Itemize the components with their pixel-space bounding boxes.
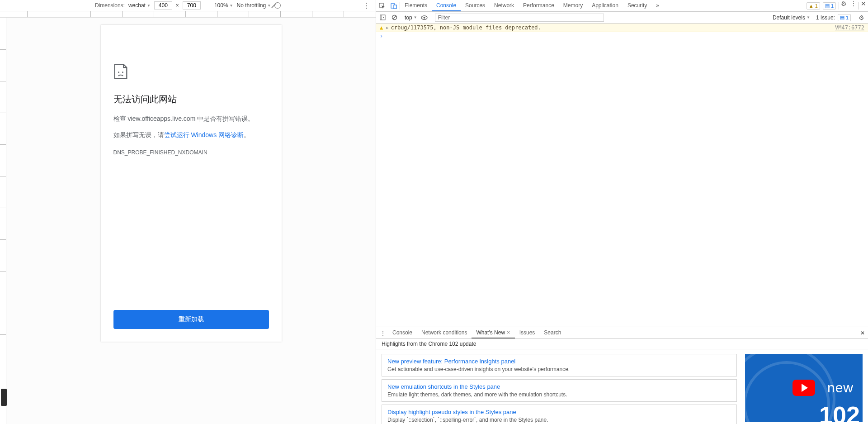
- svg-rect-5: [380, 15, 385, 20]
- tab-network[interactable]: Network: [490, 0, 519, 11]
- chevron-down-icon: ▼: [147, 4, 151, 8]
- throttling-value: No throttling: [237, 2, 266, 9]
- warning-icon: ▲: [380, 24, 383, 31]
- issues-label: 1 Issue:: [816, 14, 835, 21]
- whats-new-cards: New preview feature: Performance insight…: [382, 354, 737, 419]
- zoom-value: 100%: [214, 2, 228, 9]
- device-frame: 无法访问此网站 检查 view.officeapps.live.com 中是否有…: [101, 25, 282, 342]
- levels-value: Default levels: [773, 14, 805, 21]
- live-expression-icon[interactable]: [420, 15, 429, 20]
- throttling-select[interactable]: No throttling ▼: [237, 2, 271, 9]
- console-settings-icon[interactable]: ⚙: [857, 14, 866, 21]
- error-title: 无法访问此网站: [113, 93, 269, 105]
- sad-page-icon: [113, 63, 128, 80]
- toggle-handle[interactable]: [1, 389, 7, 406]
- video-thumbnail[interactable]: new 102: [745, 354, 863, 422]
- console-prompt[interactable]: ›: [376, 32, 868, 40]
- inspect-element-icon[interactable]: [376, 0, 388, 11]
- message-icon: ▤: [825, 3, 830, 9]
- more-icon[interactable]: ⋮: [849, 0, 859, 11]
- drawer-tab-issues[interactable]: Issues: [515, 327, 540, 338]
- svg-line-8: [393, 16, 396, 19]
- error-code: DNS_PROBE_FINISHED_NXDOMAIN: [113, 149, 269, 156]
- svg-point-1: [122, 71, 123, 73]
- drawer: ⋮ Console Network conditions What's New …: [376, 327, 868, 424]
- issue-count: 1: [846, 15, 849, 20]
- tab-sources[interactable]: Sources: [461, 0, 490, 11]
- devtools-tabs: Elements Console Sources Network Perform…: [376, 0, 868, 12]
- height-input[interactable]: [183, 1, 201, 10]
- tab-console[interactable]: Console: [432, 0, 461, 11]
- log-levels-select[interactable]: Default levels ▼: [773, 14, 810, 21]
- card-desc: Display `::selection`, `::spelling-error…: [387, 417, 731, 423]
- context-select[interactable]: top ▼: [405, 14, 417, 21]
- tabs-overflow-icon[interactable]: »: [651, 0, 664, 11]
- width-input[interactable]: [154, 1, 172, 10]
- diagnostics-link[interactable]: 尝试运行 Windows 网络诊断: [164, 131, 244, 138]
- error-text: 。: [244, 131, 250, 138]
- svg-point-10: [424, 17, 425, 19]
- card-title: New preview feature: Performance insight…: [387, 358, 731, 365]
- drawer-tab-label: What's New: [476, 329, 505, 336]
- tab-security[interactable]: Security: [623, 0, 651, 11]
- error-text: 中是否有拼写错误。: [195, 115, 254, 122]
- reload-button[interactable]: 重新加载: [113, 310, 269, 329]
- sidebar-toggle-icon[interactable]: [378, 14, 387, 20]
- warnings-badge[interactable]: ▲1: [807, 2, 820, 10]
- error-text: 如果拼写无误，请: [113, 131, 164, 138]
- tab-application[interactable]: Application: [587, 0, 623, 11]
- chevron-down-icon: ▼: [230, 4, 233, 8]
- close-tab-icon[interactable]: ×: [507, 329, 510, 336]
- close-devtools-icon[interactable]: ✕: [859, 0, 868, 11]
- console-message-text: crbug/1173575, non-JS module files depre…: [391, 24, 835, 31]
- feature-card[interactable]: Display highlight pseudo styles in the S…: [382, 405, 737, 424]
- console-toolbar: top ▼ Default levels ▼ 1 Issue: ▤1 ⚙: [376, 12, 868, 24]
- console-output: ▲ ▸ crbug/1173575, non-JS module files d…: [376, 24, 868, 327]
- error-line-2: 如果拼写无误，请尝试运行 Windows 网络诊断。: [113, 130, 269, 140]
- toggle-device-icon[interactable]: [388, 0, 400, 11]
- chevron-down-icon: ▼: [414, 15, 417, 19]
- tab-elements[interactable]: Elements: [400, 0, 432, 11]
- message-icon: ▤: [840, 14, 844, 20]
- context-value: top: [405, 14, 412, 21]
- feature-card[interactable]: New emulation shortcuts in the Styles pa…: [382, 379, 737, 402]
- error-line-1: 检查 view.officeapps.live.com 中是否有拼写错误。: [113, 114, 269, 124]
- chevron-down-icon: ▼: [807, 15, 810, 19]
- card-title: New emulation shortcuts in the Styles pa…: [387, 383, 731, 390]
- svg-rect-4: [394, 5, 396, 9]
- feature-card[interactable]: New preview feature: Performance insight…: [382, 354, 737, 376]
- drawer-tab-network-conditions[interactable]: Network conditions: [417, 327, 472, 338]
- tab-memory[interactable]: Memory: [559, 0, 587, 11]
- dimensions-label: Dimensions:: [95, 2, 125, 9]
- warning-count: 1: [815, 3, 818, 9]
- drawer-more-icon[interactable]: ⋮: [378, 327, 388, 338]
- device-name: wechat: [128, 2, 146, 9]
- clear-console-icon[interactable]: [390, 14, 399, 20]
- device-select[interactable]: wechat ▼: [128, 2, 151, 9]
- ruler-vertical: [0, 18, 6, 424]
- drawer-tab-whats-new[interactable]: What's New ×: [472, 327, 514, 338]
- expand-icon[interactable]: ▸: [386, 24, 389, 31]
- tab-performance[interactable]: Performance: [519, 0, 559, 11]
- settings-icon[interactable]: ⚙: [839, 0, 849, 11]
- drawer-tab-console[interactable]: Console: [388, 327, 417, 338]
- card-title: Display highlight pseudo styles in the S…: [387, 409, 731, 415]
- rotate-icon[interactable]: [274, 2, 281, 9]
- filter-input[interactable]: [435, 14, 604, 22]
- dimension-separator: ×: [176, 2, 179, 9]
- info-badge[interactable]: ▤1: [823, 2, 836, 10]
- info-count: 1: [831, 3, 834, 9]
- close-drawer-icon[interactable]: ✕: [857, 327, 868, 338]
- play-icon: [793, 380, 815, 396]
- card-desc: Emulate light themes, dark themes, and m…: [387, 391, 731, 398]
- more-options-icon[interactable]: ⋮: [363, 1, 370, 10]
- ruler-horizontal: [0, 11, 376, 18]
- highlights-title: Highlights from the Chrome 102 update: [376, 339, 868, 349]
- issues-count-badge[interactable]: ▤1: [838, 14, 851, 21]
- zoom-select[interactable]: 100% ▼: [214, 2, 233, 9]
- console-source-link[interactable]: VM47:6772: [835, 24, 864, 31]
- error-host: view.officeapps.live.com: [127, 115, 195, 122]
- drawer-tab-search[interactable]: Search: [539, 327, 566, 338]
- console-warning-row[interactable]: ▲ ▸ crbug/1173575, non-JS module files d…: [376, 24, 868, 32]
- card-desc: Get actionable and use-case-driven insig…: [387, 366, 731, 372]
